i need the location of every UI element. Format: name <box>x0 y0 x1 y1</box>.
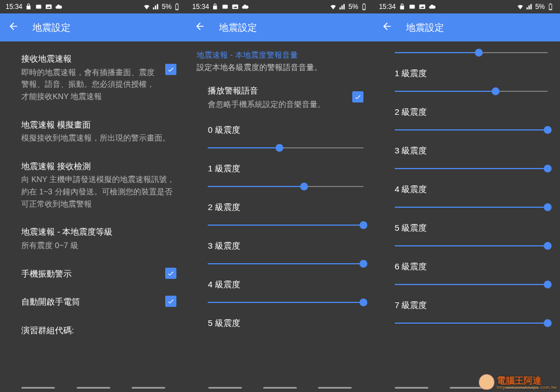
slider-fill <box>395 91 496 92</box>
setting-play-voice[interactable]: 播放警報語音 會忽略手機系統設定的音樂音量。 <box>186 77 373 118</box>
phone-screen-2: 15:34 5% 地震設定 地震速報 - 本地震度警報音量 設定本地各級震度的警… <box>186 0 373 392</box>
slider-thumb[interactable] <box>300 183 308 190</box>
slider-block[interactable]: 1 級震度 <box>186 157 373 195</box>
checkbox-icon[interactable] <box>165 268 176 279</box>
phone-screen-1: 15:34 5% <box>0 0 186 392</box>
image-icon <box>418 3 426 11</box>
app-title: 地震設定 <box>32 21 71 34</box>
slider-block[interactable]: 2 級震度 <box>374 100 560 139</box>
slider-block[interactable]: 3 級震度 <box>186 234 373 273</box>
slider-block[interactable]: 3 級震度 <box>374 139 560 178</box>
setting-simulate[interactable]: 地震速報 模擬畫面 模擬接收到地震速報，所出現的警示畫面。 <box>0 111 186 152</box>
back-icon[interactable] <box>381 21 393 35</box>
slider-thumb[interactable] <box>360 221 367 229</box>
slider-thumb[interactable] <box>544 126 552 134</box>
slider-thumb[interactable] <box>360 298 367 306</box>
setting-vibrate[interactable]: 手機振動警示 <box>0 260 186 288</box>
nav-pill[interactable] <box>395 387 428 389</box>
volume-slider[interactable] <box>208 142 363 153</box>
card-icon <box>408 3 416 11</box>
slider-block[interactable]: 4 級震度 <box>374 178 560 216</box>
checkbox-icon[interactable] <box>352 91 363 102</box>
volume-slider[interactable] <box>208 258 363 269</box>
volume-slider[interactable] <box>395 47 548 58</box>
nav-pill[interactable] <box>21 387 55 389</box>
image-icon <box>45 3 53 11</box>
svg-rect-14 <box>549 9 552 10</box>
setting-title: 手機振動警示 <box>21 268 160 281</box>
lock-icon <box>398 3 406 11</box>
slider-block[interactable]: 2 級震度 <box>186 195 373 234</box>
setting-title: 演習群組代碼: <box>21 324 176 337</box>
slider-thumb[interactable] <box>544 281 552 288</box>
checkbox-icon[interactable] <box>165 64 176 75</box>
volume-slider[interactable] <box>395 124 548 136</box>
image-icon <box>231 3 239 11</box>
nav-pill[interactable] <box>263 387 297 389</box>
setting-title: 地震速報 模擬畫面 <box>21 119 176 132</box>
watermark: 電腦王阿達 https://www.kocpc.com.tw <box>479 374 557 390</box>
slider-block[interactable]: 7 級震度 <box>374 293 560 332</box>
setting-drill-code[interactable]: 演習群組代碼: <box>0 316 186 345</box>
slider-fill <box>395 284 548 285</box>
back-icon[interactable] <box>8 21 19 35</box>
nav-pill[interactable] <box>208 387 242 389</box>
back-icon[interactable] <box>194 21 206 35</box>
settings-list[interactable]: 接收地震速報 即時的地震速報，會有插播畫面、震度警報、語音、振動。您必須提供授權… <box>0 41 186 383</box>
slider-block[interactable]: 4 級震度 <box>186 273 373 311</box>
slider-fill <box>395 129 548 130</box>
slider-label: 1 級震度 <box>395 68 548 79</box>
setting-flashlight[interactable]: 自動開啟手電筒 <box>0 288 186 316</box>
setting-receive-alerts[interactable]: 接收地震速報 即時的地震速報，會有插播畫面、震度警報、語音、振動。您必須提供授權… <box>0 45 186 111</box>
svg-rect-3 <box>176 3 178 4</box>
setting-title: 地震速報 - 本地震度等級 <box>21 226 176 239</box>
setting-local-level[interactable]: 地震速報 - 本地震度等級 所有震度 0~7 級 <box>0 218 186 259</box>
watermark-title: 電腦王阿達 <box>497 376 557 385</box>
slider-thumb[interactable] <box>360 260 367 268</box>
volume-slider[interactable] <box>395 318 548 329</box>
slider-label: 4 級震度 <box>208 279 363 290</box>
volume-slider[interactable] <box>395 279 548 290</box>
card-icon <box>35 3 43 11</box>
status-bar: 15:34 5% <box>0 0 186 13</box>
slider-label: 3 級震度 <box>208 241 363 251</box>
setting-receive-test[interactable]: 地震速報 接收檢測 向 KNY 主機申請發送模擬的地震速報訊號，約在 1~3 分… <box>0 152 186 218</box>
battery-text: 5% <box>348 3 358 11</box>
slider-block[interactable]: 5 級震度 <box>186 311 373 339</box>
slider-label: 5 級震度 <box>395 223 548 234</box>
slider-block[interactable]: 5 級震度 <box>374 216 560 255</box>
nav-bar <box>186 383 373 392</box>
volume-slider[interactable] <box>208 181 363 192</box>
slider-label: 6 級震度 <box>395 262 548 272</box>
slider-block[interactable]: 6 級震度 <box>374 255 560 293</box>
slider-thumb[interactable] <box>492 87 500 95</box>
settings-list[interactable]: 地震速報 - 本地震度警報音量 設定本地各級震度的警報語音音量。 播放警報語音 … <box>186 41 373 383</box>
svg-rect-13 <box>550 3 551 4</box>
svg-rect-0 <box>36 5 41 9</box>
volume-slider[interactable] <box>208 297 363 308</box>
setting-desc: 模擬接收到地震速報，所出現的警示畫面。 <box>21 132 176 144</box>
slider-thumb[interactable] <box>544 203 552 211</box>
slider-thumb[interactable] <box>544 319 552 327</box>
slider-thumb[interactable] <box>475 49 483 57</box>
slider-thumb[interactable] <box>276 144 283 152</box>
volume-slider[interactable] <box>395 240 548 251</box>
cloud-icon <box>428 3 436 11</box>
nav-pill[interactable] <box>77 387 110 389</box>
checkbox-icon[interactable] <box>165 296 176 307</box>
settings-list[interactable]: 1 級震度2 級震度3 級震度4 級震度5 級震度6 級震度7 級震度 <box>374 41 560 383</box>
volume-slider[interactable] <box>395 163 548 174</box>
slider-thumb[interactable] <box>544 165 552 172</box>
nav-pill[interactable] <box>318 387 352 389</box>
slider-block[interactable]: 1 級震度 <box>374 62 560 100</box>
status-time: 15:34 <box>6 3 22 11</box>
slider-block[interactable]: 0 級震度 <box>186 118 373 157</box>
volume-slider[interactable] <box>395 202 548 213</box>
nav-pill[interactable] <box>132 387 165 389</box>
slider-fill <box>208 186 304 187</box>
signal-icon <box>152 3 160 11</box>
volume-slider[interactable] <box>395 86 548 97</box>
slider-thumb[interactable] <box>544 242 552 250</box>
volume-slider[interactable] <box>208 220 363 231</box>
cloud-icon <box>55 3 63 11</box>
